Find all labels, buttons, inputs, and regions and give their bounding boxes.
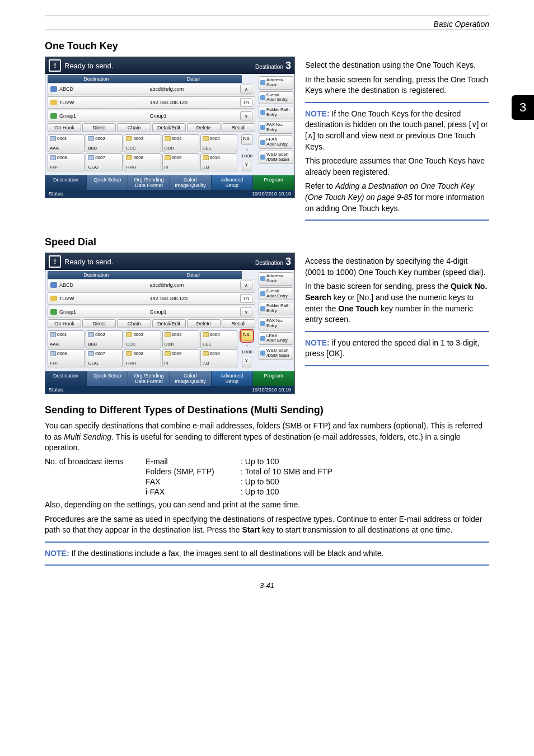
page-number: 3-41 [45,581,489,590]
folder-icon [260,306,265,311]
scroll-down-button[interactable]: ∨ [240,111,252,120]
tab-color-quality[interactable]: Color/ Image Quality [170,175,212,190]
tab-quick-setup[interactable]: Quick Setup [87,371,128,386]
chevron-up-icon[interactable]: ∧ [245,343,249,348]
email-entry-button[interactable]: E-mail Addr Entry [259,91,293,105]
status-label[interactable]: Status [49,191,63,197]
dest-row[interactable]: TUVW 192.168.188.120 1/1 [48,96,255,109]
faxno-entry-button[interactable]: FAX No. Entry [259,317,293,330]
chain-button[interactable]: Chain [117,319,151,328]
chevron-down-icon[interactable]: ∨ [242,357,251,367]
note-label: NOTE: [305,109,330,118]
dest-row[interactable]: Group1 Group1 ∨ [48,306,255,318]
onhook-button[interactable]: On Hook [48,123,81,132]
no-button[interactable]: No. [241,330,252,341]
recall-button[interactable]: Recall [222,319,255,328]
pc-icon [165,351,171,356]
tab-org-sending[interactable]: Org./Sending Data Format [128,175,170,190]
broadcast-val: : Up to 100 [241,487,489,496]
para: In the basic screen for sending, press t… [305,281,489,325]
broadcast-key: FAX [146,477,241,486]
tab-quick-setup[interactable]: Quick Setup [87,175,128,190]
scroll-up-button[interactable]: ∧ [240,281,252,290]
tab-org-sending[interactable]: Org./Sending Data Format [128,371,170,386]
mail-icon [50,282,57,288]
ifax-entry-button[interactable]: i-FAX Addr Entry [259,136,293,149]
send-panel-speeddial: ⇪ Ready to send. Destination 3 Destinati… [45,253,295,394]
one-touch-key[interactable]: 0002BBB [86,330,123,348]
book-icon [260,80,265,85]
address-book-button[interactable]: Address Book [259,272,293,286]
address-book-button[interactable]: Address Book [259,76,293,90]
one-touch-key[interactable]: 0010JJJ [200,153,237,171]
no-button[interactable]: No. [241,134,252,145]
dest-count: 3 [285,60,291,72]
scroll-up-button[interactable]: ∧ [240,85,252,94]
para: You can specify destinations that combin… [45,421,489,454]
fax-icon [260,125,265,130]
chevron-up-icon[interactable]: ∧ [245,147,249,152]
onhook-button[interactable]: On Hook [48,319,81,328]
panel-title: Ready to send. [64,62,113,70]
delete-button[interactable]: Delete [187,319,221,328]
one-touch-key[interactable]: 0007GGG [86,349,123,367]
mail-icon [50,86,57,92]
detailedit-button[interactable]: Detail/Edit [152,319,186,328]
one-touch-key[interactable]: 0008HHH [124,153,161,171]
one-touch-key[interactable]: 0009III [162,153,199,171]
one-touch-key[interactable]: 0002BBB [86,134,123,152]
ifax-entry-button[interactable]: i-FAX Addr Entry [259,332,293,346]
tab-destination[interactable]: Destination [45,175,87,190]
email-entry-button[interactable]: E-mail Addr Entry [259,287,293,301]
dest-row[interactable]: ABCD abcd@efg.com ∧ [48,83,255,95]
dest-name: TUVW [59,100,148,105]
one-touch-key[interactable]: 0006FFF [48,349,85,367]
pc-icon [165,332,171,337]
one-touch-key[interactable]: 0004DDD [162,330,199,348]
tab-destination[interactable]: Destination [45,371,87,386]
one-touch-key[interactable]: 0001AAA [48,330,85,348]
tab-color-quality[interactable]: Color/ Image Quality [170,371,212,386]
status-label[interactable]: Status [49,387,63,393]
broadcast-label: No. of broadcast items [45,457,146,466]
delete-button[interactable]: Delete [187,123,221,132]
detailedit-button[interactable]: Detail/Edit [152,123,186,132]
dest-label: Destination [255,260,283,266]
one-touch-key[interactable]: 0006FFF [48,153,85,171]
chevron-down-icon[interactable]: ∨ [242,161,251,171]
recall-button[interactable]: Recall [222,123,255,132]
chain-button[interactable]: Chain [117,123,151,132]
direct-button[interactable]: Direct [82,123,116,132]
one-touch-key[interactable]: 0008HHH [124,349,161,367]
direct-button[interactable]: Direct [82,319,116,328]
one-touch-key[interactable]: 0005EEE [200,134,237,152]
dest-row[interactable]: Group1 Group1 ∨ [48,110,255,122]
one-touch-key[interactable]: 0007GGG [86,153,123,171]
faxno-entry-button[interactable]: FAX No. Entry [259,121,293,134]
scroll-down-button[interactable]: ∨ [240,307,252,316]
tab-program[interactable]: Program [253,371,294,386]
wsd-scan-button[interactable]: WSD Scan /DSM Scan [259,151,293,164]
one-touch-key[interactable]: 0001AAA [48,134,85,152]
tab-program[interactable]: Program [253,175,294,190]
para: Also, depending on the settings, you can… [45,500,489,511]
one-touch-key[interactable]: 0005EEE [200,330,237,348]
folder-entry-button[interactable]: Folder Path Entry [259,302,293,315]
one-touch-key[interactable]: 0003CCC [124,134,161,152]
chapter-tab: 3 [512,95,534,120]
wsd-scan-button[interactable]: WSD Scan /DSM Scan [259,347,293,360]
one-touch-key[interactable]: 0004DDD [162,134,199,152]
pc-icon [126,351,132,356]
tab-advanced[interactable]: Advanced Setup [212,371,253,386]
folder-entry-button[interactable]: Folder Path Entry [259,106,293,119]
note-label: NOTE: [305,338,330,347]
tab-advanced[interactable]: Advanced Setup [212,175,253,190]
dest-count: 3 [285,256,291,268]
dest-row[interactable]: TUVW 192.168.188.120 1/1 [48,292,255,305]
one-touch-key[interactable]: 0003CCC [124,330,161,348]
group-icon [50,113,57,119]
pc-icon [126,332,132,337]
one-touch-key[interactable]: 0009III [162,349,199,367]
dest-row[interactable]: ABCD abcd@efg.com ∧ [48,279,255,291]
one-touch-key[interactable]: 0010JJJ [200,349,237,367]
